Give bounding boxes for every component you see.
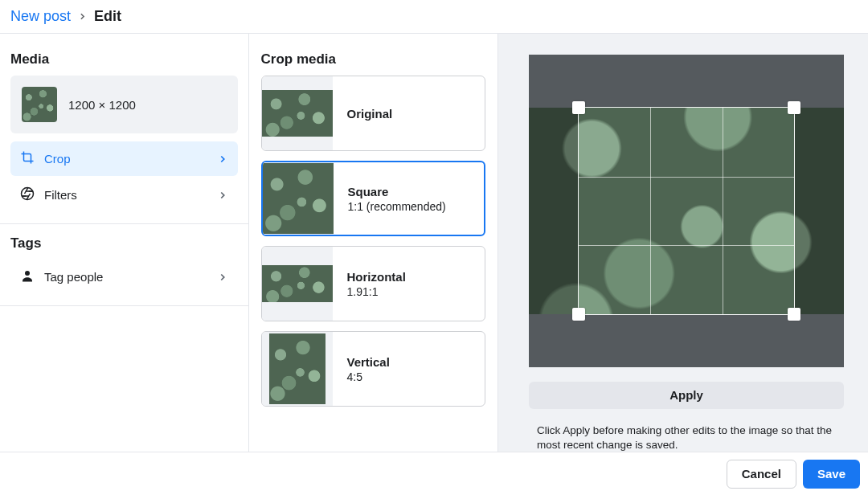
- crop-option-label: Horizontal: [347, 270, 406, 284]
- sidebar-item-label: Tag people: [44, 270, 103, 284]
- crop-option-horizontal[interactable]: Horizontal 1.91:1: [261, 246, 486, 321]
- crop-option-label: Square: [348, 185, 446, 198]
- sidebar-item-crop[interactable]: Crop: [10, 141, 238, 176]
- sidebar: Media 1200 × 1200 Crop Filters: [0, 34, 249, 452]
- person-icon: [20, 268, 35, 285]
- crop-selection-box[interactable]: [579, 108, 794, 314]
- crop-option-sub: 1.91:1: [347, 285, 406, 298]
- breadcrumb: New post Edit: [0, 0, 868, 34]
- sidebar-item-tag-people[interactable]: Tag people: [10, 260, 238, 294]
- sidebar-item-filters[interactable]: Filters: [10, 178, 238, 212]
- crop-preview-stage[interactable]: [529, 55, 844, 367]
- sidebar-section-media-title: Media: [10, 51, 238, 68]
- sidebar-item-label: Filters: [44, 188, 77, 202]
- save-button[interactable]: Save: [803, 460, 860, 489]
- footer: Cancel Save: [0, 452, 868, 495]
- chevron-right-icon: [217, 272, 228, 283]
- crop-icon: [20, 150, 35, 167]
- crop-dim: [794, 108, 844, 314]
- crop-option-label: Original: [347, 107, 393, 121]
- breadcrumb-back-link[interactable]: New post: [10, 8, 71, 25]
- crop-option-square[interactable]: Square 1:1 (recommended): [261, 161, 486, 236]
- crop-handle-sw[interactable]: [572, 308, 585, 321]
- apply-button[interactable]: Apply: [529, 382, 844, 409]
- crop-options-panel: Crop media Original Square 1:1 (recommen…: [249, 34, 499, 452]
- crop-option-original[interactable]: Original: [261, 76, 486, 151]
- crop-handle-se[interactable]: [788, 308, 800, 321]
- chevron-right-icon: [217, 153, 228, 165]
- crop-option-vertical[interactable]: Vertical 4:5: [261, 331, 486, 407]
- crop-option-sub: 1:1 (recommended): [348, 200, 446, 213]
- crop-overlay: [529, 55, 844, 108]
- crop-thumb: [263, 163, 334, 234]
- crop-dim: [529, 108, 579, 314]
- crop-option-sub: 4:5: [347, 370, 390, 383]
- crop-overlay: [529, 314, 844, 367]
- media-thumbnail: [22, 87, 57, 122]
- crop-thumb: [269, 333, 326, 404]
- sidebar-section-tags-title: Tags: [10, 235, 238, 252]
- crop-thumb: [262, 265, 333, 302]
- media-dimensions: 1200 × 1200: [68, 98, 136, 112]
- chevron-right-icon: [77, 11, 88, 22]
- crop-preview-pane: Apply Click Apply before making other ed…: [498, 34, 868, 452]
- crop-handle-nw[interactable]: [572, 101, 585, 114]
- crop-handle-ne[interactable]: [788, 101, 800, 114]
- media-selected-item[interactable]: 1200 × 1200: [10, 76, 238, 133]
- cancel-button[interactable]: Cancel: [727, 460, 796, 489]
- crop-panel-title: Crop media: [261, 51, 486, 68]
- svg-point-7: [25, 271, 30, 276]
- aperture-icon: [20, 186, 35, 203]
- apply-hint: Click Apply before making other edits to…: [529, 423, 844, 452]
- divider: [0, 223, 248, 224]
- sidebar-item-label: Crop: [44, 152, 71, 166]
- crop-thumb: [262, 90, 333, 137]
- breadcrumb-current: Edit: [94, 8, 121, 25]
- chevron-right-icon: [217, 190, 228, 201]
- divider: [0, 305, 248, 306]
- crop-option-label: Vertical: [347, 355, 390, 369]
